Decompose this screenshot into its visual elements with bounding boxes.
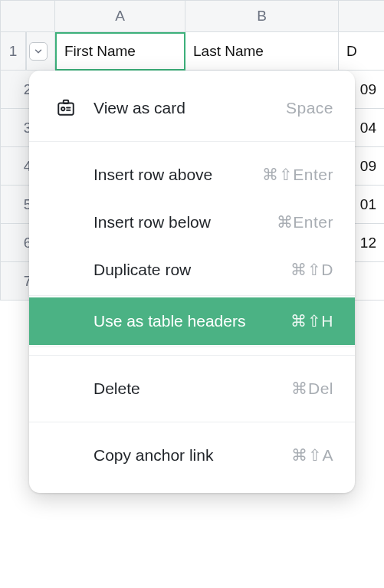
cell-text: 09 [360,158,376,175]
menu-separator [29,422,355,422]
grid-corner [0,0,55,32]
cell-A1[interactable]: First Name [55,32,185,71]
cell-text: First Name [64,43,136,60]
menu-shortcut: ⌘⇧D [290,261,333,279]
menu-insert-row-below[interactable]: Insert row below ⌘Enter [29,199,355,246]
col-header-A[interactable]: A [55,0,185,32]
menu-delete[interactable]: Delete ⌘Del [29,365,355,412]
menu-label: Duplicate row [94,261,275,279]
row-menu-trigger-1[interactable] [26,32,55,71]
cell-text: D [346,43,357,60]
menu-label: View as card [94,99,271,117]
menu-shortcut: ⌘⇧Enter [262,166,333,184]
menu-view-as-card[interactable]: View as card Space [29,84,355,132]
cell-text: Last Name [193,43,264,60]
col-header-partial[interactable] [339,0,384,32]
svg-rect-1 [64,100,69,103]
cell-text: 09 [360,81,376,98]
row-header-1[interactable]: 1 [0,32,26,71]
menu-label: Copy anchor link [94,446,276,465]
menu-separator [29,355,355,356]
card-icon [54,98,78,118]
context-menu: View as card Space Insert row above ⌘⇧En… [29,71,355,493]
cell-text: 01 [360,196,376,213]
menu-shortcut: ⌘Enter [277,213,333,232]
menu-separator [29,295,355,296]
chevron-down-icon [33,46,44,57]
cell-C1[interactable]: D [339,32,384,71]
row-dropdown-button[interactable] [29,42,48,61]
menu-label: Use as table headers [94,312,275,330]
menu-insert-row-above[interactable]: Insert row above ⌘⇧Enter [29,151,355,199]
menu-duplicate-row[interactable]: Duplicate row ⌘⇧D [29,246,355,294]
cell-B1[interactable]: Last Name [185,32,339,71]
menu-label: Delete [94,379,276,398]
menu-copy-anchor-link[interactable]: Copy anchor link ⌘⇧A [29,432,355,479]
menu-use-as-table-headers[interactable]: Use as table headers ⌘⇧H [29,297,355,345]
row-number: 1 [9,43,18,60]
svg-point-2 [61,107,64,110]
menu-separator [29,347,355,347]
menu-separator [29,141,355,142]
menu-shortcut: ⌘Del [291,379,333,398]
col-header-B[interactable]: B [185,0,339,32]
cell-text: 12 [360,235,376,251]
menu-label: Insert row below [94,213,261,232]
menu-shortcut: ⌘⇧A [291,446,333,465]
menu-shortcut: Space [286,99,333,117]
cell-text: 04 [360,120,376,136]
menu-label: Insert row above [94,166,247,184]
menu-shortcut: ⌘⇧H [290,312,333,330]
